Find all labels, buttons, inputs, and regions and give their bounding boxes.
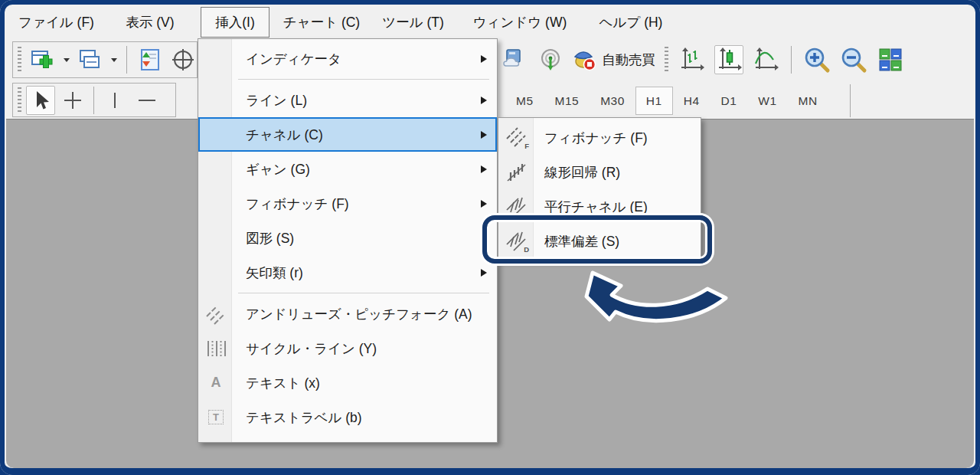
submenu-arrow-icon — [481, 200, 487, 208]
autotrading-label: 自動売買 — [602, 51, 655, 69]
autotrading-icon — [573, 48, 597, 72]
timeframe-m30[interactable]: M30 — [590, 87, 635, 115]
menu-item-shapes-label: 図形 (S) — [246, 229, 294, 247]
channels-submenu: F フィボナッチ (F) 線形 — [498, 117, 701, 260]
chart-profiles-icon — [77, 48, 102, 72]
timeframe-h1[interactable]: H1 — [635, 87, 673, 115]
menu-item-gann[interactable]: ギャン (G) — [198, 152, 497, 186]
menu-item-shapes[interactable]: 図形 (S) — [198, 221, 497, 255]
vertical-line-icon — [106, 90, 124, 111]
timeframe-w1[interactable]: W1 — [747, 87, 787, 115]
submenu-arrow-icon — [481, 131, 487, 139]
submenu-item-linear-regression[interactable]: 線形回帰 (R) — [498, 155, 701, 189]
line-chart-button[interactable] — [751, 45, 780, 74]
stddev-channel-icon-letter: D — [524, 245, 529, 254]
menu-item-indicators[interactable]: インディケータ — [198, 41, 497, 76]
cursor-button[interactable] — [26, 86, 55, 115]
pitchfork-icon — [204, 302, 228, 326]
timeframe-d1[interactable]: D1 — [710, 87, 748, 115]
submenu-item-standard-deviation-label: 標準偏差 (S) — [544, 232, 619, 251]
menu-item-gann-label: ギャン (G) — [246, 160, 310, 179]
horizontal-line-icon — [136, 90, 158, 111]
candlestick-chart-button[interactable] — [714, 45, 743, 74]
menu-item-fibonacci[interactable]: フィボナッチ (F) — [198, 186, 497, 221]
cycle-lines-icon — [204, 336, 228, 361]
toolbar-separator — [93, 87, 94, 114]
submenu-item-fibo-channel-label: フィボナッチ (F) — [544, 129, 648, 147]
timeframe-m15[interactable]: M15 — [544, 87, 590, 115]
menubar-item-insert[interactable]: 挿入(I) — [201, 7, 270, 38]
timeframe-toolbar: M5 M15 M30 H1 H4 D1 W1 MN — [505, 84, 851, 117]
toolbar-grip[interactable] — [18, 87, 21, 113]
menu-item-cycle-lines-label: サイクル・ライン (Y) — [246, 339, 377, 358]
timeframe-m5[interactable]: M5 — [505, 87, 544, 115]
menubar-item-file[interactable]: ファイル (F) — [23, 7, 90, 38]
menu-item-arrows-label: 矢印類 (r) — [246, 264, 303, 282]
submenu-arrow-icon — [481, 234, 487, 242]
menu-item-andrews-pitchfork[interactable]: アンドリューズ・ピッチフォーク (A) — [198, 296, 497, 331]
tile-windows-button[interactable] — [876, 45, 905, 74]
menu-item-fibonacci-label: フィボナッチ (F) — [246, 195, 349, 213]
submenu-arrow-icon — [481, 55, 487, 63]
line-chart-icon — [753, 47, 779, 73]
text-icon-letter: A — [211, 375, 221, 391]
crosshair-window-icon — [172, 48, 194, 71]
timeframe-h4[interactable]: H4 — [673, 87, 710, 115]
zoom-out-button[interactable] — [839, 45, 868, 74]
menu-item-channels[interactable]: チャネル (C) — [198, 117, 497, 152]
menubar-item-tools[interactable]: ツール (T) — [387, 7, 439, 38]
toolbar-separator — [126, 46, 127, 74]
terminal-button[interactable] — [499, 45, 528, 74]
menu-item-text[interactable]: A テキスト (x) — [198, 365, 497, 400]
menu-item-arrows[interactable]: 矢印類 (r) — [198, 255, 497, 290]
timeframe-mn[interactable]: MN — [788, 87, 828, 115]
submenu-item-fibo-channel[interactable]: F フィボナッチ (F) — [498, 120, 701, 155]
text-label-icon-letter: T — [208, 410, 224, 424]
menubar-item-view-label: 表示 (V) — [126, 13, 174, 31]
menu-item-lines[interactable]: ライン (L) — [198, 83, 497, 117]
equidistant-channel-icon-letter: E — [524, 211, 529, 219]
menu-separator — [198, 290, 497, 296]
bar-chart-button[interactable] — [678, 45, 707, 74]
menu-item-andrews-pitchfork-label: アンドリューズ・ピッチフォーク (A) — [246, 305, 472, 323]
fibo-channel-icon-letter: F — [524, 142, 529, 150]
toolbar-grip[interactable] — [18, 47, 21, 73]
data-window-button[interactable] — [169, 45, 197, 74]
toolbar-separator — [791, 46, 792, 74]
submenu-item-equidistant-channel[interactable]: E 平行チャネル (E) — [498, 189, 701, 224]
tick-chart-button[interactable] — [136, 45, 164, 74]
horizontal-line-button[interactable] — [132, 86, 162, 115]
menubar-item-help-label: ヘルプ (H) — [599, 13, 663, 31]
zoom-in-button[interactable] — [802, 45, 831, 74]
timeframe-m5-label: M5 — [516, 94, 534, 108]
submenu-arrow-icon — [481, 269, 487, 277]
menubar-item-charts-label: チャート (C) — [283, 13, 360, 31]
text-icon: A — [204, 371, 228, 395]
toolbar-separator — [850, 84, 851, 117]
chart-profiles-button[interactable] — [76, 45, 103, 74]
menubar-item-insert-label: 挿入(I) — [215, 13, 255, 31]
new-chart-dropdown-caret[interactable] — [64, 58, 70, 62]
linear-regression-icon — [505, 160, 529, 185]
menubar-item-help[interactable]: ヘルプ (H) — [600, 7, 662, 38]
menu-item-indicators-label: インディケータ — [246, 50, 341, 68]
submenu-arrow-icon — [481, 165, 487, 173]
timeframe-w1-label: W1 — [758, 94, 776, 108]
crosshair-button[interactable] — [58, 86, 87, 115]
menu-item-text-label[interactable]: T テキストラベル (b) — [198, 400, 497, 434]
signals-button[interactable] — [536, 45, 565, 74]
vertical-line-button[interactable] — [100, 86, 129, 115]
autotrading-button[interactable]: 自動売買 — [573, 48, 655, 72]
candlestick-chart-icon — [716, 47, 742, 73]
chart-profiles-dropdown-caret[interactable] — [111, 58, 117, 62]
timeframe-h4-label: H4 — [684, 94, 700, 108]
menubar-item-window[interactable]: ウィンドウ (W) — [470, 7, 570, 38]
menubar-item-view[interactable]: 表示 (V) — [122, 7, 178, 38]
toolbar-grip[interactable] — [665, 47, 668, 73]
submenu-item-linear-regression-label: 線形回帰 (R) — [544, 163, 620, 182]
submenu-item-standard-deviation[interactable]: D 標準偏差 (S) — [498, 224, 701, 258]
new-chart-button[interactable] — [29, 45, 57, 74]
menubar-item-charts[interactable]: チャート (C) — [287, 7, 356, 38]
menu-item-cycle-lines[interactable]: サイクル・ライン (Y) — [198, 331, 497, 365]
equidistant-channel-icon: E — [505, 195, 529, 219]
